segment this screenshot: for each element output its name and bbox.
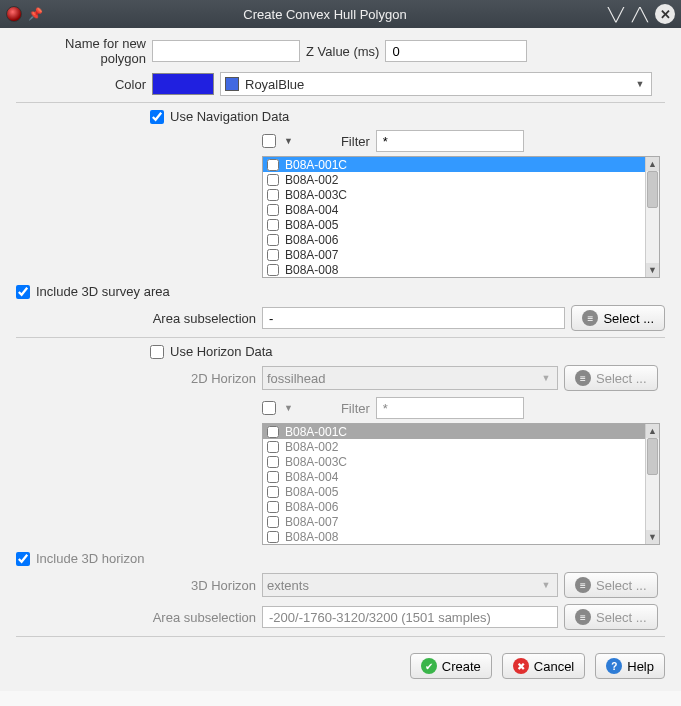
list-item-checkbox — [267, 531, 279, 543]
list-item-checkbox[interactable] — [267, 189, 279, 201]
list-item: B08A-001C — [263, 424, 645, 439]
help-button[interactable]: ? Help — [595, 653, 665, 679]
list-item: B08A-002 — [263, 439, 645, 454]
name-input[interactable] — [152, 40, 300, 62]
list-item[interactable]: B08A-006 — [263, 232, 645, 247]
button-label: Cancel — [534, 659, 574, 674]
list-item-checkbox[interactable] — [267, 249, 279, 261]
button-label: Help — [627, 659, 654, 674]
list-item[interactable]: B08A-007 — [263, 247, 645, 262]
list-item-checkbox[interactable] — [267, 264, 279, 276]
cancel-button[interactable]: ✖ Cancel — [502, 653, 585, 679]
maximize-icon[interactable]: ╱╲ — [631, 5, 649, 23]
scrollbar: ▲ ▼ — [645, 424, 659, 544]
use-horizon-checkbox[interactable] — [150, 345, 164, 359]
list-item: B08A-008 — [263, 529, 645, 544]
scroll-up-icon[interactable]: ▲ — [646, 157, 659, 171]
list-item: B08A-005 — [263, 484, 645, 499]
list-item-label: B08A-003C — [285, 455, 347, 469]
close-icon[interactable]: ✕ — [655, 4, 675, 24]
scroll-track — [646, 438, 659, 530]
hz3d-select-button: ≡ Select ... — [564, 572, 658, 598]
list-item[interactable]: B08A-002 — [263, 172, 645, 187]
select-icon: ≡ — [582, 310, 598, 326]
select-icon: ≡ — [575, 609, 591, 625]
hz2d-label: 2D Horizon — [16, 371, 256, 386]
hz-filter-input — [376, 397, 524, 419]
list-item: B08A-003C — [263, 454, 645, 469]
list-item[interactable]: B08A-008 — [263, 262, 645, 277]
list-item[interactable]: B08A-001C — [263, 157, 645, 172]
color-combo[interactable]: RoyalBlue ▼ — [220, 72, 652, 96]
list-item-checkbox[interactable] — [267, 204, 279, 216]
nav-checkall-checkbox[interactable] — [262, 134, 276, 148]
hz3d-label: 3D Horizon — [16, 578, 256, 593]
hz-list-items: B08A-001C B08A-002 B08A-003C B08A-004 B0… — [263, 424, 645, 544]
nav-area-input[interactable] — [262, 307, 565, 329]
help-icon: ? — [606, 658, 622, 674]
list-item-label: B08A-003C — [285, 188, 347, 202]
list-item-checkbox[interactable] — [267, 159, 279, 171]
list-item[interactable]: B08A-003C — [263, 187, 645, 202]
include-3d-survey-label: Include 3D survey area — [36, 284, 170, 299]
list-item-label: B08A-001C — [285, 425, 347, 439]
button-label: Create — [442, 659, 481, 674]
button-label: Select ... — [596, 371, 647, 386]
scroll-track[interactable] — [646, 171, 659, 263]
button-label: Select ... — [603, 311, 654, 326]
zvalue-input[interactable] — [385, 40, 527, 62]
scroll-thumb[interactable] — [647, 171, 658, 208]
use-horizon-label: Use Horizon Data — [170, 344, 273, 359]
list-item-checkbox[interactable] — [267, 219, 279, 231]
chevron-down-icon: ▼ — [633, 79, 647, 89]
list-item[interactable]: B08A-005 — [263, 217, 645, 232]
button-label: Select ... — [596, 610, 647, 625]
pin-icon[interactable]: 📌 — [28, 7, 43, 21]
list-item: B08A-006 — [263, 499, 645, 514]
scroll-down-icon[interactable]: ▼ — [646, 263, 659, 277]
hz3d-combo: extents ▼ — [262, 573, 558, 597]
scrollbar[interactable]: ▲ ▼ — [645, 157, 659, 277]
button-label: Select ... — [596, 578, 647, 593]
list-item[interactable]: B08A-004 — [263, 202, 645, 217]
use-navigation-checkbox[interactable] — [150, 110, 164, 124]
hz2d-combo: fossilhead ▼ — [262, 366, 558, 390]
select-icon: ≡ — [575, 577, 591, 593]
include-3d-survey-checkbox[interactable] — [16, 285, 30, 299]
list-item-checkbox[interactable] — [267, 174, 279, 186]
hz-checkall-checkbox — [262, 401, 276, 415]
nav-filter-input[interactable] — [376, 130, 524, 152]
list-item-label: B08A-007 — [285, 248, 338, 262]
chevron-down-icon: ▼ — [539, 580, 553, 590]
list-item-checkbox — [267, 426, 279, 438]
list-item-label: B08A-006 — [285, 233, 338, 247]
list-item-label: B08A-008 — [285, 530, 338, 544]
list-item-checkbox[interactable] — [267, 234, 279, 246]
hz-area-label: Area subselection — [16, 610, 256, 625]
titlebar: 📌 Create Convex Hull Polygon ╲╱ ╱╲ ✕ — [0, 0, 681, 28]
color-swatch[interactable] — [152, 73, 214, 95]
nav-area-select-button[interactable]: ≡ Select ... — [571, 305, 665, 331]
list-item-checkbox — [267, 456, 279, 468]
list-item-label: B08A-001C — [285, 158, 347, 172]
use-navigation-label: Use Navigation Data — [170, 109, 289, 124]
list-item-label: B08A-004 — [285, 203, 338, 217]
list-item-label: B08A-004 — [285, 470, 338, 484]
color-label: Color — [16, 77, 146, 92]
dialog-content: Name for new polygon Z Value (ms) Color … — [0, 28, 681, 691]
nav-listbox[interactable]: B08A-001C B08A-002 B08A-003C B08A-004 B0… — [262, 156, 660, 278]
hz3d-combo-text: extents — [267, 578, 533, 593]
hz-listbox: B08A-001C B08A-002 B08A-003C B08A-004 B0… — [262, 423, 660, 545]
create-button[interactable]: ✔ Create — [410, 653, 492, 679]
nav-area-label: Area subselection — [16, 311, 256, 326]
hz-filter-label: Filter — [341, 401, 370, 416]
chevron-down-icon: ▼ — [282, 403, 295, 413]
chevron-down-icon[interactable]: ▼ — [282, 136, 295, 146]
scroll-up-icon: ▲ — [646, 424, 659, 438]
minimize-icon[interactable]: ╲╱ — [607, 5, 625, 23]
list-item-checkbox — [267, 486, 279, 498]
separator — [16, 636, 665, 637]
check-icon: ✔ — [421, 658, 437, 674]
list-item-label: B08A-002 — [285, 173, 338, 187]
separator — [16, 337, 665, 338]
